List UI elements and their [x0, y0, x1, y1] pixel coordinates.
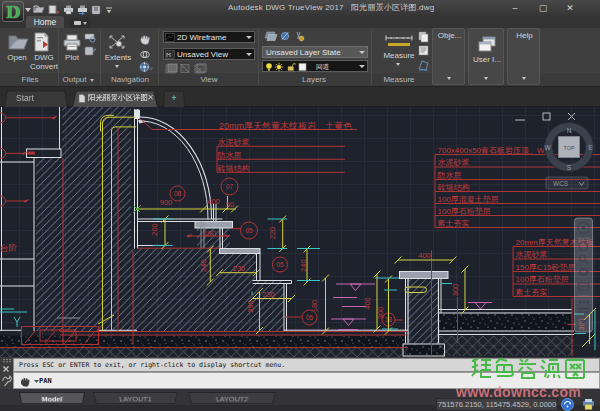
svg-text:900: 900: [160, 198, 173, 207]
layer-on-icon: [266, 63, 272, 70]
minimize-button[interactable]: –: [508, 3, 522, 14]
visual-style-icon: [165, 33, 175, 42]
viewport-icon-3: [195, 64, 206, 73]
zoom-extents-label[interactable]: Extents: [103, 54, 133, 63]
svg-text:水泥砂浆: 水泥砂浆: [438, 158, 470, 167]
command-line-gutter: [0, 357, 13, 389]
svg-text:200: 200: [150, 223, 159, 236]
svg-text:防水层: 防水层: [218, 151, 242, 160]
viewcube-top-label: TOP: [563, 145, 575, 151]
ribbon-minitab[interactable]: [70, 18, 90, 28]
svg-text:E: E: [588, 144, 593, 151]
layers-panel-label: Layers: [290, 74, 338, 86]
help-panel[interactable]: Help: [507, 28, 540, 85]
navigation-tools[interactable]: [136, 32, 154, 74]
layer-freeze-icon: [297, 32, 304, 41]
dwg-convert-button-icon[interactable]: [32, 32, 52, 52]
viewport-icon-2: [181, 65, 189, 73]
measure-small-icons[interactable]: [417, 31, 430, 72]
user-interface-expand-icon[interactable]: [484, 77, 488, 80]
wm-glyph-5: [566, 360, 584, 378]
user-interface-panel[interactable]: User I...: [468, 28, 504, 85]
svg-text:07: 07: [226, 183, 234, 190]
named-view-combo[interactable]: Unsaved View: [163, 48, 255, 60]
wm-glyph-3: [519, 359, 536, 378]
svg-text:300: 300: [376, 307, 385, 320]
open-file-icon[interactable]: [34, 6, 44, 13]
drawing-canvas[interactable]: 08 07 05 05 05 18: [0, 107, 600, 357]
save-preview-icon[interactable]: [92, 6, 100, 14]
extents-dropdown-icon[interactable]: [115, 65, 119, 68]
cmd-customize-wrench-icon[interactable]: [3, 376, 11, 386]
wm-glyph-1: [472, 359, 491, 377]
plot-button-label[interactable]: Plot: [60, 54, 84, 63]
cmd-close-icon[interactable]: [4, 367, 9, 372]
gutter-grip-dots[interactable]: [3, 359, 11, 363]
help-panel-expand-icon[interactable]: [522, 77, 526, 80]
svg-text:390: 390: [246, 300, 255, 313]
layout-tab-layout1[interactable]: LAYOUT1: [93, 392, 178, 404]
object-panel-expand-icon[interactable]: [447, 77, 451, 80]
file-tab-new-button[interactable]: +: [163, 89, 185, 107]
panel-separator: [371, 29, 372, 85]
ribbon-tab-home[interactable]: Home: [26, 16, 64, 28]
open-button-label[interactable]: Open: [2, 54, 32, 63]
object-panel[interactable]: Obje...: [432, 28, 465, 85]
dwg-convert-button-label[interactable]: DWGConvert: [30, 54, 58, 71]
layout-tab-layout2[interactable]: LAYOUT2: [188, 392, 276, 404]
qat-customize-icon[interactable]: [106, 8, 112, 13]
wcs-dropdown[interactable]: WCS: [546, 177, 588, 189]
svg-text:50: 50: [226, 200, 234, 209]
list-icon: [419, 46, 428, 55]
layer-color-swatch: [299, 64, 306, 71]
layout-tab-model[interactable]: Model: [19, 392, 85, 404]
visual-style-combo[interactable]: 2D Wireframe: [163, 31, 255, 43]
combo-caret-icon[interactable]: [246, 36, 252, 39]
file-tab-close-icon[interactable]: ✕: [147, 89, 154, 107]
svg-text:180: 180: [310, 300, 319, 313]
print-icon[interactable]: [64, 6, 73, 15]
layer-state-combo[interactable]: Unsaved Layer State: [262, 46, 368, 58]
maximize-button[interactable]: ▢: [536, 3, 550, 14]
application-menu-arrow-icon[interactable]: [25, 8, 31, 12]
application-menu-button[interactable]: D: [2, 1, 24, 22]
output-small-icons[interactable]: [84, 32, 97, 58]
output-slideout-icon: [90, 79, 94, 82]
layer-sun-icon: [275, 63, 283, 71]
svg-text:230: 230: [233, 264, 246, 273]
annotation-monitor-icon[interactable]: [562, 399, 574, 411]
layer-properties-icon: [265, 32, 277, 41]
dwg-convert-icon[interactable]: [49, 6, 60, 15]
svg-text:190: 190: [203, 229, 216, 238]
close-button[interactable]: ✕: [563, 3, 577, 14]
object-panel-title: Obje...: [435, 32, 464, 41]
measure-button-icon[interactable]: [384, 33, 414, 49]
open-button-icon[interactable]: [7, 33, 29, 52]
batch-plot-icon[interactable]: [78, 6, 87, 16]
file-tab-start[interactable]: Start: [4, 89, 68, 107]
combo-caret-icon[interactable]: [359, 51, 365, 54]
application-window: D Autodesk DWG TrueView 2017 阳光丽景小区详图.dw…: [0, 0, 600, 411]
file-tab-document[interactable]: 阳光丽景小区详图 ✕: [72, 89, 158, 107]
help-panel-title: Help: [510, 32, 539, 41]
svg-text:220: 220: [268, 227, 277, 240]
output-panel-label[interactable]: Output: [58, 74, 98, 86]
navigation-bar[interactable]: [575, 218, 593, 332]
layer-combo[interactable]: 回道: [262, 60, 368, 72]
plot-button-icon[interactable]: [63, 33, 81, 51]
steps-label: 台阶: [0, 243, 18, 253]
named-view-icon: [165, 50, 175, 59]
measure-dropdown-icon[interactable]: [396, 63, 400, 66]
svg-text:100厚石粉垫层: 100厚石粉垫层: [438, 207, 491, 216]
svg-text:05: 05: [245, 227, 253, 234]
measure-button-label[interactable]: Measure: [381, 52, 417, 61]
combo-caret-icon[interactable]: [246, 53, 252, 56]
user-interface-icon: [478, 35, 496, 53]
combo-caret-icon[interactable]: [359, 65, 365, 68]
preview-icon: [85, 34, 95, 42]
layer-tools[interactable]: [264, 31, 310, 42]
plot-status-icon[interactable]: [583, 399, 594, 410]
viewcube[interactable]: TOP N E S W: [544, 123, 593, 172]
svg-text:240: 240: [299, 259, 308, 272]
zoom-extents-icon[interactable]: [107, 33, 127, 51]
